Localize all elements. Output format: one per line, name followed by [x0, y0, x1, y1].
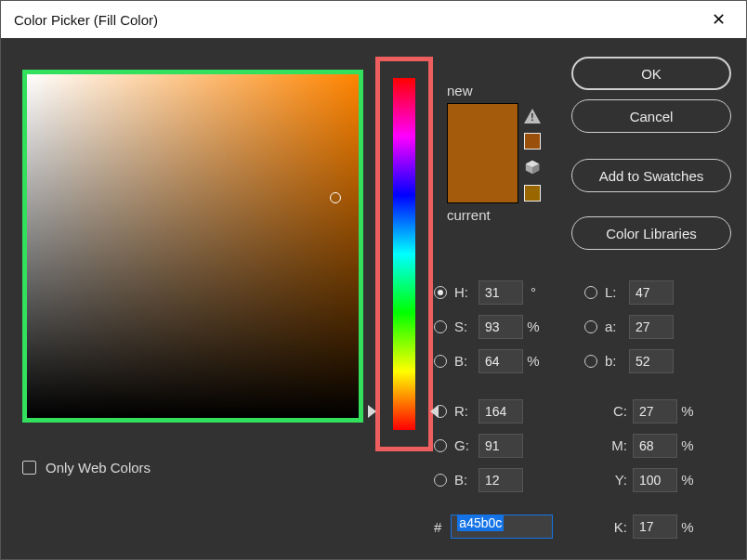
b-unit: % [523, 353, 544, 369]
s-input[interactable] [478, 315, 523, 339]
hex-input[interactable]: a45b0c [451, 514, 553, 539]
y-input[interactable] [633, 468, 677, 492]
c-label: C: [605, 403, 627, 419]
lab-b-input[interactable] [629, 349, 674, 373]
m-input[interactable] [633, 434, 677, 458]
s-unit: % [523, 319, 544, 334]
lab-b-radio[interactable] [584, 355, 597, 368]
b-radio[interactable] [434, 355, 447, 368]
y-label: Y: [605, 472, 627, 488]
gamut-swatch[interactable] [524, 133, 541, 150]
b-hsb-input[interactable] [478, 349, 523, 373]
k-label: K: [605, 519, 627, 535]
color-libraries-button[interactable]: Color Libraries [571, 216, 731, 250]
ok-button[interactable]: OK [571, 57, 731, 90]
b-hsb-label: B: [454, 353, 478, 369]
cancel-button[interactable]: Cancel [571, 99, 731, 133]
r-radio[interactable] [434, 405, 447, 418]
m-label: M: [605, 437, 627, 453]
l-label: L: [605, 284, 629, 300]
l-radio[interactable] [584, 286, 597, 299]
a-label: a: [605, 319, 629, 334]
add-swatches-button[interactable]: Add to Swatches [571, 159, 731, 192]
rgb-b-input[interactable] [478, 468, 523, 492]
only-web-colors-label: Only Web Colors [46, 460, 151, 475]
h-input[interactable] [478, 280, 523, 305]
g-input[interactable] [478, 434, 523, 458]
r-input[interactable] [478, 399, 523, 423]
r-label: R: [454, 403, 478, 419]
color-preview-swatch [447, 103, 518, 203]
k-input[interactable] [633, 514, 677, 539]
gamut-warning-icon[interactable]: ! [524, 109, 541, 124]
dialog-body: new current ! OK Cancel Add to Swatches … [1, 38, 746, 559]
s-radio[interactable] [434, 320, 447, 333]
only-web-colors-checkbox[interactable] [22, 461, 36, 475]
new-color-swatch [448, 104, 518, 153]
close-icon[interactable]: ✕ [704, 6, 733, 33]
rgb-b-label: B: [454, 472, 478, 488]
a-input[interactable] [629, 315, 674, 339]
h-label: H: [454, 284, 478, 300]
hue-slider[interactable] [375, 57, 433, 451]
rgb-b-radio[interactable] [434, 474, 447, 487]
h-radio[interactable] [434, 286, 447, 299]
titlebar: Color Picker (Fill Color) ✕ [1, 1, 746, 38]
hue-arrow-left-icon [368, 405, 376, 418]
h-unit: ° [523, 284, 544, 300]
g-radio[interactable] [434, 439, 447, 452]
hex-hash-label: # [434, 519, 441, 535]
current-color-swatch[interactable] [448, 153, 518, 202]
l-input[interactable] [629, 280, 674, 305]
color-picker-dialog: Color Picker (Fill Color) ✕ new current … [0, 0, 747, 560]
c-input[interactable] [633, 399, 677, 423]
lab-b-label: b: [605, 353, 629, 369]
saturation-brightness-field[interactable] [22, 70, 363, 423]
dialog-title: Color Picker (Fill Color) [14, 12, 158, 28]
a-radio[interactable] [584, 320, 597, 333]
g-label: G: [454, 437, 478, 453]
sb-cursor-icon[interactable] [330, 192, 341, 203]
new-label: new [447, 83, 473, 98]
websafe-swatch[interactable] [524, 185, 541, 202]
current-label: current [447, 207, 491, 223]
websafe-warning-icon[interactable] [524, 159, 541, 176]
s-label: S: [454, 319, 478, 334]
